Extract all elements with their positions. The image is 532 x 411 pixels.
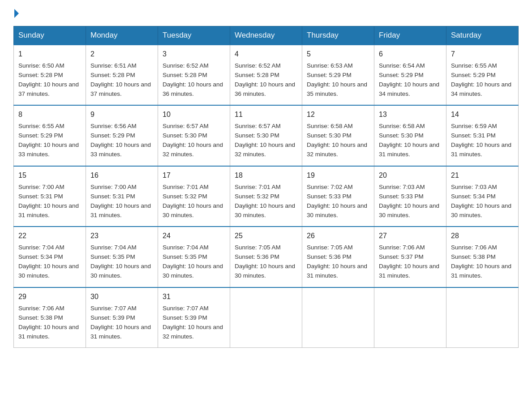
sunrise-label: Sunrise: 7:06 AM <box>379 244 425 251</box>
day-number: 8 <box>18 109 81 120</box>
logo <box>13 9 20 18</box>
day-number: 31 <box>163 291 225 303</box>
calendar-cell: 23Sunrise: 7:04 AMSunset: 5:35 PMDayligh… <box>86 227 158 287</box>
calendar-cell: 22Sunrise: 7:04 AMSunset: 5:34 PMDayligh… <box>14 227 86 287</box>
sunrise-label: Sunrise: 7:06 AM <box>451 244 497 251</box>
sunset-label: Sunset: 5:30 PM <box>163 132 207 139</box>
sunrise-label: Sunrise: 7:01 AM <box>163 184 209 190</box>
sunrise-label: Sunrise: 7:05 AM <box>307 244 353 251</box>
day-number: 27 <box>379 231 442 242</box>
sunset-label: Sunset: 5:31 PM <box>90 193 135 200</box>
day-number: 18 <box>235 170 297 181</box>
calendar-cell <box>302 287 374 348</box>
sunset-label: Sunset: 5:29 PM <box>90 132 135 139</box>
calendar-cell: 14Sunrise: 6:59 AMSunset: 5:31 PMDayligh… <box>446 105 519 166</box>
day-number: 21 <box>451 170 514 181</box>
sunset-label: Sunset: 5:38 PM <box>18 314 63 321</box>
col-header-sunday: Sunday <box>14 26 86 45</box>
sunset-label: Sunset: 5:32 PM <box>235 193 279 200</box>
daylight-label: Daylight: 10 hours and 36 minutes. <box>235 81 295 97</box>
week-row-5: 29Sunrise: 7:06 AMSunset: 5:38 PMDayligh… <box>14 287 519 348</box>
day-number: 17 <box>163 170 225 181</box>
sunset-label: Sunset: 5:39 PM <box>163 314 207 321</box>
col-header-wednesday: Wednesday <box>230 26 302 45</box>
sunrise-label: Sunrise: 7:05 AM <box>235 244 281 251</box>
calendar-cell: 20Sunrise: 7:03 AMSunset: 5:33 PMDayligh… <box>374 166 446 227</box>
calendar-cell: 11Sunrise: 6:57 AMSunset: 5:30 PMDayligh… <box>230 105 302 166</box>
sunset-label: Sunset: 5:32 PM <box>163 193 207 200</box>
day-number: 25 <box>235 231 297 242</box>
daylight-label: Daylight: 10 hours and 30 minutes. <box>451 202 511 218</box>
daylight-label: Daylight: 10 hours and 32 minutes. <box>235 141 295 158</box>
sunset-label: Sunset: 5:29 PM <box>18 132 63 139</box>
daylight-label: Daylight: 10 hours and 31 minutes. <box>379 141 439 158</box>
day-number: 3 <box>163 49 225 60</box>
calendar-cell: 9Sunrise: 6:56 AMSunset: 5:29 PMDaylight… <box>86 105 158 166</box>
col-header-friday: Friday <box>374 26 446 45</box>
calendar-cell: 5Sunrise: 6:53 AMSunset: 5:29 PMDaylight… <box>302 45 374 105</box>
sunrise-label: Sunrise: 6:54 AM <box>379 62 425 69</box>
day-number: 9 <box>90 109 153 120</box>
sunrise-label: Sunrise: 6:52 AM <box>235 62 281 69</box>
daylight-label: Daylight: 10 hours and 30 minutes. <box>379 202 439 218</box>
sunset-label: Sunset: 5:29 PM <box>379 72 424 78</box>
sunrise-label: Sunrise: 6:59 AM <box>451 123 497 129</box>
daylight-label: Daylight: 10 hours and 37 minutes. <box>18 81 79 97</box>
sunset-label: Sunset: 5:29 PM <box>451 72 496 78</box>
week-row-4: 22Sunrise: 7:04 AMSunset: 5:34 PMDayligh… <box>14 227 519 287</box>
col-header-monday: Monday <box>86 26 158 45</box>
sunrise-label: Sunrise: 6:52 AM <box>163 62 209 69</box>
daylight-label: Daylight: 10 hours and 31 minutes. <box>307 263 367 279</box>
day-number: 12 <box>307 109 369 120</box>
sunrise-label: Sunrise: 6:57 AM <box>235 123 281 129</box>
sunrise-label: Sunrise: 6:55 AM <box>18 123 64 129</box>
calendar-cell <box>446 287 519 348</box>
day-number: 30 <box>90 291 153 303</box>
sunrise-label: Sunrise: 7:04 AM <box>90 244 137 251</box>
daylight-label: Daylight: 10 hours and 30 minutes. <box>307 202 367 218</box>
sunrise-label: Sunrise: 6:56 AM <box>90 123 137 129</box>
sunrise-label: Sunrise: 7:07 AM <box>90 305 137 312</box>
day-number: 1 <box>18 49 81 60</box>
calendar-cell: 12Sunrise: 6:58 AMSunset: 5:30 PMDayligh… <box>302 105 374 166</box>
day-number: 14 <box>451 109 514 120</box>
sunrise-label: Sunrise: 6:58 AM <box>307 123 353 129</box>
calendar-table: SundayMondayTuesdayWednesdayThursdayFrid… <box>13 26 519 348</box>
sunset-label: Sunset: 5:35 PM <box>163 253 207 260</box>
day-number: 22 <box>18 231 81 242</box>
sunset-label: Sunset: 5:34 PM <box>18 253 63 260</box>
calendar-cell <box>230 287 302 348</box>
sunset-label: Sunset: 5:36 PM <box>235 253 279 260</box>
calendar-cell: 3Sunrise: 6:52 AMSunset: 5:28 PMDaylight… <box>158 45 230 105</box>
sunset-label: Sunset: 5:34 PM <box>451 193 496 200</box>
calendar-cell: 30Sunrise: 7:07 AMSunset: 5:39 PMDayligh… <box>86 287 158 348</box>
sunrise-label: Sunrise: 7:00 AM <box>90 184 137 190</box>
sunrise-label: Sunrise: 7:02 AM <box>307 184 353 190</box>
day-number: 4 <box>235 49 297 60</box>
day-number: 10 <box>163 109 225 120</box>
sunset-label: Sunset: 5:28 PM <box>18 72 63 78</box>
week-row-3: 15Sunrise: 7:00 AMSunset: 5:31 PMDayligh… <box>14 166 519 227</box>
sunrise-label: Sunrise: 6:50 AM <box>18 62 64 69</box>
day-number: 20 <box>379 170 442 181</box>
daylight-label: Daylight: 10 hours and 30 minutes. <box>163 263 223 279</box>
sunrise-label: Sunrise: 7:03 AM <box>451 184 497 190</box>
sunset-label: Sunset: 5:28 PM <box>163 72 207 78</box>
day-number: 6 <box>379 49 442 60</box>
calendar-cell: 13Sunrise: 6:58 AMSunset: 5:30 PMDayligh… <box>374 105 446 166</box>
sunrise-label: Sunrise: 7:06 AM <box>18 305 64 312</box>
sunset-label: Sunset: 5:38 PM <box>451 253 496 260</box>
sunrise-label: Sunrise: 6:58 AM <box>379 123 425 129</box>
day-number: 7 <box>451 49 514 60</box>
sunset-label: Sunset: 5:28 PM <box>235 72 279 78</box>
day-number: 15 <box>18 170 81 181</box>
daylight-label: Daylight: 10 hours and 30 minutes. <box>163 202 223 218</box>
daylight-label: Daylight: 10 hours and 36 minutes. <box>163 81 223 97</box>
calendar-cell: 1Sunrise: 6:50 AMSunset: 5:28 PMDaylight… <box>14 45 86 105</box>
calendar-cell: 24Sunrise: 7:04 AMSunset: 5:35 PMDayligh… <box>158 227 230 287</box>
daylight-label: Daylight: 10 hours and 32 minutes. <box>307 141 367 158</box>
week-row-1: 1Sunrise: 6:50 AMSunset: 5:28 PMDaylight… <box>14 45 519 105</box>
sunset-label: Sunset: 5:37 PM <box>379 253 424 260</box>
sunrise-label: Sunrise: 6:57 AM <box>163 123 209 129</box>
sunrise-label: Sunrise: 7:04 AM <box>18 244 64 251</box>
